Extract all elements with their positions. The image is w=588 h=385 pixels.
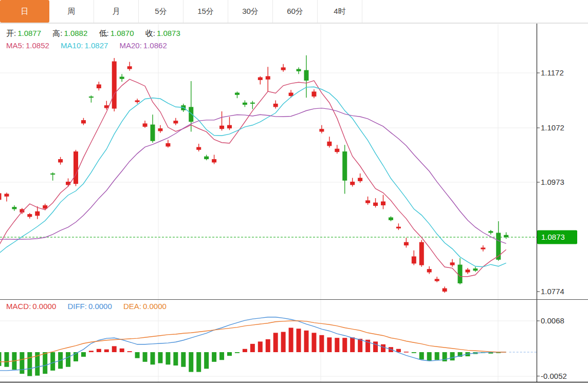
- current-price-tag: 1.0873: [537, 230, 577, 244]
- macd-bar: [304, 331, 309, 352]
- candle-body: [419, 242, 424, 265]
- candle-body: [335, 149, 339, 152]
- candle-body: [250, 103, 255, 104]
- macd-tick-label: -0.0052: [541, 372, 567, 380]
- ma10-value: 1.0827: [84, 41, 108, 50]
- open-value: 1.0877: [17, 29, 41, 37]
- macd-bar: [212, 352, 216, 362]
- macd-bar: [243, 349, 247, 352]
- macd-bar: [104, 350, 109, 352]
- macd-bar: [412, 352, 416, 353]
- macd-bar: [381, 344, 385, 352]
- candle-body: [127, 66, 132, 69]
- macd-bar: [158, 352, 162, 363]
- macd-bar: [319, 335, 324, 352]
- macd-bar: [81, 352, 86, 357]
- tab-month[interactable]: 月: [94, 0, 139, 23]
- macd-bar: [204, 352, 209, 369]
- tab-60min[interactable]: 60分: [273, 0, 318, 23]
- price-tick-label: 1.1072: [541, 123, 564, 132]
- macd-bar: [0, 352, 2, 366]
- macd-bar: [189, 352, 193, 372]
- low-label: 低:: [99, 29, 108, 37]
- candle-body: [435, 279, 439, 281]
- candle-body: [4, 194, 9, 196]
- candle-body: [89, 97, 94, 98]
- ma-legend: MA5:1.0852 MA10:1.0827 MA20:1.0862: [6, 41, 176, 50]
- candle-body: [212, 159, 216, 162]
- current-price-tag-text: 1.0873: [541, 233, 565, 241]
- macd-bar: [166, 352, 170, 364]
- candle-body: [219, 126, 224, 129]
- macd-bar: [350, 337, 355, 352]
- candle-body: [12, 207, 16, 209]
- macd-bar: [250, 344, 255, 352]
- candle-body: [297, 69, 301, 71]
- close-value: 1.0873: [157, 29, 180, 37]
- candle-body: [27, 214, 32, 217]
- macd-bar: [120, 349, 124, 352]
- macd-axis-labels: 0.0068-0.0052: [537, 316, 567, 380]
- macd-bar: [258, 341, 263, 352]
- price-tick-label: 1.1172: [541, 68, 564, 77]
- macd-tick-label: 0.0068: [541, 316, 564, 325]
- close-label: 收:: [145, 29, 155, 37]
- candle-body: [443, 288, 447, 292]
- macd-bar: [43, 352, 47, 374]
- candle-body: [58, 159, 63, 162]
- candle-body: [389, 218, 393, 220]
- chart-canvas[interactable]: 1.11721.10721.09731.07741.08730.0068-0.0…: [0, 0, 588, 385]
- macd-bar: [281, 332, 286, 352]
- tab-30min[interactable]: 30分: [228, 0, 273, 23]
- macd-label: MACD:: [6, 302, 31, 311]
- frame-borders: [0, 24, 588, 383]
- candle-body: [458, 265, 463, 283]
- macd-bar: [89, 351, 94, 352]
- ma20-value: 1.0862: [143, 41, 167, 50]
- macd-bar: [27, 352, 32, 376]
- candle-body: [365, 200, 370, 203]
- candle-body: [0, 193, 2, 200]
- candle-body: [281, 67, 286, 70]
- price-axis-labels: 1.11721.10721.09731.0774: [537, 68, 564, 296]
- candle-body: [488, 231, 493, 233]
- macd-bar: [266, 339, 270, 352]
- macd-bar: [450, 352, 455, 360]
- candle-body: [243, 103, 247, 105]
- candle-body: [204, 157, 209, 159]
- candle-body: [235, 93, 240, 95]
- tab-5min[interactable]: 5分: [139, 0, 183, 23]
- candle-body: [273, 104, 278, 107]
- tab-4hour[interactable]: 4时: [318, 0, 362, 23]
- macd-bar: [173, 352, 178, 365]
- macd-bar: [196, 352, 201, 372]
- candle-body: [319, 129, 324, 131]
- macd-bar: [227, 352, 232, 356]
- candle-body: [358, 178, 362, 181]
- macd-bar: [273, 333, 278, 352]
- candle-body: [289, 93, 293, 96]
- macd-bar: [181, 352, 186, 367]
- tab-week[interactable]: 周: [49, 0, 94, 23]
- candle-body: [158, 128, 162, 131]
- diff-label: DIFF:: [67, 302, 87, 311]
- macd-bar: [235, 352, 240, 353]
- macd-bar: [20, 352, 24, 374]
- trading-chart-app: 日 周 月 5分 15分 30分 60分 4时 1.11721.10721.09…: [0, 0, 588, 385]
- ma10-label: MA10:: [61, 41, 83, 50]
- macd-bar: [127, 351, 132, 352]
- candle-body: [35, 211, 40, 216]
- tab-day[interactable]: 日: [0, 0, 49, 23]
- price-tick-label: 1.0774: [541, 287, 564, 296]
- candle-body: [143, 123, 148, 126]
- macd-bar: [342, 338, 347, 352]
- candle-body: [450, 262, 455, 265]
- ohlc-legend: 开:1.0877 高:1.0882 低:1.0870 收:1.0873: [6, 29, 190, 38]
- tab-15min[interactable]: 15分: [183, 0, 228, 23]
- candle-body: [396, 227, 401, 228]
- macd-bar: [419, 352, 424, 359]
- macd-bar: [427, 352, 432, 361]
- low-value: 1.0870: [111, 29, 134, 37]
- candle-body: [342, 151, 347, 181]
- macd-bar: [297, 329, 301, 352]
